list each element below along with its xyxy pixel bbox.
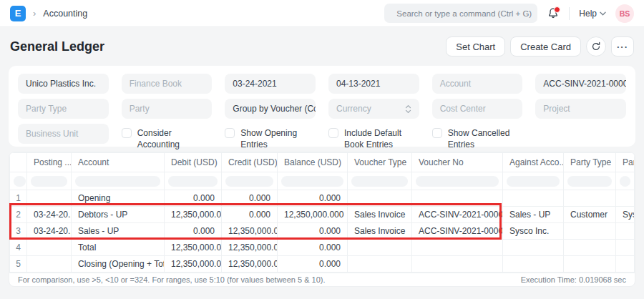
column-filter-cell[interactable] <box>72 172 165 190</box>
col-header-against-account[interactable]: Against Acco... <box>503 153 564 172</box>
cell-party-type <box>564 240 616 256</box>
business-unit-filter[interactable]: Business Unit <box>18 124 109 144</box>
page-title: General Ledger <box>10 39 104 54</box>
checkbox-label: Show Opening Entries <box>240 128 316 150</box>
from-date-filter[interactable]: 03-24-2021 <box>225 74 316 94</box>
cell-party <box>616 256 635 273</box>
cell-party-type <box>564 223 616 240</box>
notifications-bell-icon[interactable] <box>547 7 560 20</box>
cell-voucher-no <box>412 256 503 273</box>
navbar-divider <box>569 7 570 20</box>
voucher-no-filter[interactable]: ACC-SINV-2021-00004 <box>535 74 626 94</box>
table-row-opening[interactable]: 1 Opening 0.000 0.000 0.000 <box>10 190 635 207</box>
cell-debit: 12,350,000.000 <box>165 240 222 256</box>
general-ledger-table: Posting ... Account Debit (USD) Credit (… <box>9 152 635 273</box>
col-header-posting-date[interactable]: Posting ... <box>27 153 72 172</box>
column-filter-cell[interactable] <box>348 172 412 190</box>
party-type-filter[interactable]: Party Type <box>18 99 109 119</box>
cell-against-account: Sysco Inc. <box>503 223 564 240</box>
cell-debit: 0.000 <box>165 223 222 240</box>
party-filter[interactable]: Party <box>122 99 213 119</box>
cell-posting-date: 03-24-20... <box>27 223 72 240</box>
row-index: 5 <box>10 256 27 273</box>
col-header-index[interactable] <box>10 153 27 172</box>
help-menu[interactable]: Help <box>579 9 606 19</box>
cell-account: Sales - UP <box>72 223 165 240</box>
general-ledger-page: E › Accounting Search or type a command … <box>0 0 644 299</box>
cost-center-filter[interactable]: Cost Center <box>432 99 523 119</box>
cell-party: Sysco <box>616 207 635 223</box>
cell-party-type <box>564 190 616 207</box>
cell-balance: 0.000 <box>278 223 348 240</box>
account-filter[interactable]: Account <box>432 74 523 94</box>
column-filter-cell[interactable] <box>10 172 27 190</box>
column-filter-cell[interactable] <box>165 172 222 190</box>
col-header-credit[interactable]: Credit (USD) <box>222 153 278 172</box>
cell-account: Opening <box>72 190 165 207</box>
checkbox-icon[interactable] <box>328 128 338 138</box>
refresh-button[interactable] <box>586 36 606 57</box>
column-filter-cell[interactable] <box>222 172 278 190</box>
cell-against-account <box>503 190 564 207</box>
cell-account: Total <box>72 240 165 256</box>
create-card-button[interactable]: Create Card <box>510 36 581 57</box>
checkbox-icon[interactable] <box>122 128 132 138</box>
cell-posting-date <box>27 190 72 207</box>
column-filter-cell[interactable] <box>278 172 348 190</box>
cell-party <box>616 240 635 256</box>
table-row-closing[interactable]: 5 Closing (Opening + Total) 12,350,000.0… <box>10 256 635 273</box>
filter-hint-text: For comparison, use >5, <10 or =324. For… <box>18 275 326 284</box>
refresh-icon <box>591 41 601 52</box>
column-filter-cell[interactable] <box>564 172 616 190</box>
column-filter-cell[interactable] <box>27 172 72 190</box>
col-header-party[interactable]: Party <box>616 153 635 172</box>
group-by-filter[interactable]: Group by Voucher (Consol <box>225 99 316 119</box>
col-header-voucher-type[interactable]: Voucher Type <box>348 153 412 172</box>
column-filter-cell[interactable] <box>412 172 503 190</box>
project-filter[interactable]: Project <box>535 99 626 119</box>
navbar: E › Accounting Search or type a command … <box>0 0 644 27</box>
navbar-actions: Search or type a command (Ctrl + G) Help… <box>384 4 634 23</box>
table-row-debtors[interactable]: 2 03-24-20... Debtors - UP 12,350,000.00… <box>10 207 635 223</box>
cell-posting-date: 03-24-20... <box>27 207 72 223</box>
user-avatar[interactable]: BS <box>615 4 634 23</box>
cell-credit: 0.000 <box>222 207 278 223</box>
col-header-party-type[interactable]: Party Type <box>564 153 616 172</box>
cell-party-type <box>564 256 616 273</box>
app-logo-icon[interactable]: E <box>10 6 26 21</box>
table-header-row: Posting ... Account Debit (USD) Credit (… <box>10 153 635 172</box>
search-input[interactable]: Search or type a command (Ctrl + G) <box>384 4 537 23</box>
table-row-sales[interactable]: 3 03-24-20... Sales - UP 0.000 12,350,00… <box>10 223 635 240</box>
company-filter[interactable]: Unico Plastics Inc. <box>18 74 109 94</box>
cell-debit: 12,350,000.000 <box>165 256 222 273</box>
cell-voucher-no <box>412 240 503 256</box>
cell-voucher-type: Sales Invoice <box>348 207 412 223</box>
to-date-filter[interactable]: 04-13-2021 <box>328 74 419 94</box>
cell-voucher-no: ACC-SINV-2021-00004 <box>412 207 503 223</box>
checkbox-icon[interactable] <box>225 128 235 138</box>
column-filter-cell[interactable] <box>503 172 564 190</box>
cell-credit: 12,350,000.000 <box>222 256 278 273</box>
table-row-total[interactable]: 4 Total 12,350,000.000 12,350,000.000 0.… <box>10 240 635 256</box>
col-header-balance[interactable]: Balance (USD) <box>278 153 348 172</box>
col-header-debit[interactable]: Debit (USD) <box>165 153 222 172</box>
column-filter-cell[interactable] <box>616 172 635 190</box>
set-chart-button[interactable]: Set Chart <box>446 36 505 57</box>
page-actions: Set Chart Create Card ··· <box>446 36 634 57</box>
cell-posting-date <box>27 240 72 256</box>
currency-filter[interactable]: Currency <box>328 99 419 119</box>
checkbox-icon[interactable] <box>432 128 442 138</box>
row-index: 1 <box>10 190 27 207</box>
breadcrumb-item-accounting[interactable]: Accounting <box>43 9 87 19</box>
cell-against-account <box>503 256 564 273</box>
more-options-button[interactable]: ··· <box>611 36 634 57</box>
col-header-voucher-no[interactable]: Voucher No <box>412 153 503 172</box>
column-filter-row <box>10 172 635 190</box>
cell-balance: 12,350,000.000 <box>278 207 348 223</box>
col-header-account[interactable]: Account <box>72 153 165 172</box>
cell-party-type: Customer <box>564 207 616 223</box>
cell-voucher-type <box>348 190 412 207</box>
select-chevrons-icon <box>405 104 411 114</box>
cell-account: Closing (Opening + Total) <box>72 256 165 273</box>
finance-book-filter[interactable]: Finance Book <box>122 74 213 94</box>
